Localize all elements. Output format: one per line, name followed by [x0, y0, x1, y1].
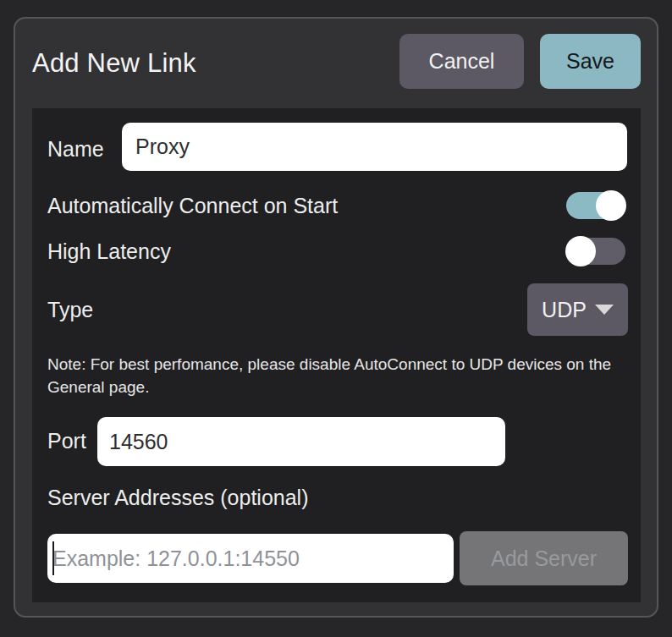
link-settings-panel: Name Automatically Connect on Start High… — [32, 108, 641, 602]
type-dropdown-value: UDP — [542, 298, 587, 322]
type-label: Type — [47, 296, 93, 323]
udp-note-text: Note: For best perfomance, please disabl… — [47, 353, 633, 398]
add-new-link-dialog: Add New Link Cancel Save Name Automatica… — [14, 17, 658, 618]
save-button[interactable]: Save — [540, 34, 641, 89]
toggle-knob — [596, 190, 626, 221]
add-server-button[interactable]: Add Server — [460, 531, 628, 585]
auto-connect-toggle[interactable] — [565, 190, 626, 221]
port-input[interactable] — [97, 417, 505, 466]
chevron-down-icon — [595, 305, 614, 315]
cancel-button[interactable]: Cancel — [399, 34, 524, 89]
server-address-field-wrap — [47, 534, 454, 583]
toggle-knob — [565, 236, 596, 266]
dialog-title: Add New Link — [32, 47, 196, 80]
high-latency-label: High Latency — [47, 238, 171, 265]
page-background: Add New Link Cancel Save Name Automatica… — [0, 0, 672, 637]
name-input[interactable] — [122, 123, 627, 171]
auto-connect-label: Automatically Connect on Start — [47, 192, 338, 219]
name-label: Name — [47, 135, 104, 162]
server-address-input[interactable] — [47, 534, 454, 583]
type-dropdown[interactable]: UDP — [527, 283, 628, 336]
server-addresses-label: Server Addresses (optional) — [47, 484, 308, 511]
high-latency-toggle[interactable] — [565, 236, 626, 266]
port-label: Port — [47, 427, 86, 454]
